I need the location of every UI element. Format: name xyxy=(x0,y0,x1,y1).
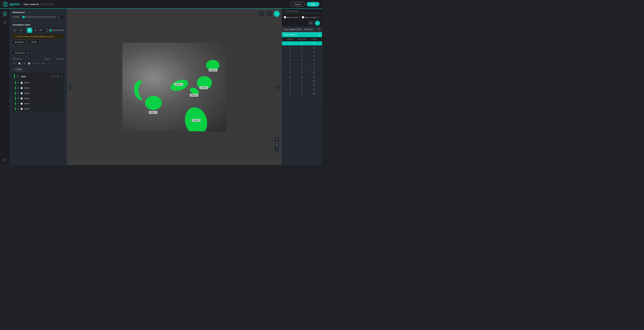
check-all-icon[interactable]: ✓ xyxy=(32,62,34,65)
size-down-arrow[interactable]: ▼ xyxy=(47,30,48,32)
x-planes-icon[interactable]: ✕ xyxy=(42,62,44,65)
ann-eye-icon[interactable]: 👁 xyxy=(17,102,19,105)
svg-text:?: ? xyxy=(4,159,6,162)
eraser-icon xyxy=(34,29,37,32)
add-class-button[interactable]: + Class xyxy=(12,67,24,71)
class-header-mito[interactable]: 👁 mito ⧉ ⚙ 🗑 11 xyxy=(12,73,64,80)
z-stack-slider[interactable] xyxy=(22,16,56,18)
dataset-name: Cryo_Segment_DN... dsmall.czi xyxy=(284,28,313,30)
hide-icon-ann[interactable]: 🔲 xyxy=(18,62,21,65)
autofill-checkbox[interactable] xyxy=(50,29,52,32)
brush-tool-button[interactable] xyxy=(27,28,32,33)
export-button[interactable]: Export xyxy=(290,2,305,7)
table-body: 1111121131141151161171181191110111111121… xyxy=(282,41,322,165)
skip-completed-label[interactable]: Skip completed ? xyxy=(302,16,319,18)
sidebar-item-annotation[interactable] xyxy=(2,11,8,17)
canvas-right-arrow[interactable]: › xyxy=(276,85,280,89)
col-z-slice: Z-Slice xyxy=(308,38,320,40)
z-stack-label: Z-Stack xyxy=(12,16,21,18)
brush-size-input[interactable] xyxy=(39,28,46,32)
table-row[interactable]: 118 xyxy=(282,71,322,75)
dataset-expand-icon[interactable]: ▼ xyxy=(318,28,320,30)
next-image-button[interactable]: › xyxy=(266,11,272,17)
ann-color-bar xyxy=(15,86,16,90)
x-all-icon[interactable]: ✕ xyxy=(36,62,38,65)
users-icon xyxy=(3,21,7,24)
tab-collapse-icon[interactable]: ▲ xyxy=(318,34,320,36)
right-panel: 0 / 149 completed Auto complete ? Skip c… xyxy=(282,9,322,165)
eye-icon-ann[interactable]: 👁 xyxy=(13,62,16,65)
canvas-toolbar: ‹ › ✓ xyxy=(259,11,280,17)
annotation-overlay: mito 6 mito 5 mito 3 mito 2 mito 1 xyxy=(122,43,226,131)
progress-text: 0 / 149 completed xyxy=(284,10,298,12)
sidebar-item-help[interactable]: ? xyxy=(2,157,8,163)
table-row[interactable]: 113 xyxy=(282,50,322,54)
zoom-out-button[interactable]: − xyxy=(274,146,279,152)
check-planes-icon[interactable]: ✓ xyxy=(39,62,41,65)
table-row[interactable]: 1110 xyxy=(282,79,322,83)
svg-point-2 xyxy=(4,12,6,14)
table-row[interactable]: 1112 xyxy=(282,88,322,92)
eraser-tool-button[interactable] xyxy=(33,28,38,33)
auto-complete-label[interactable]: Auto complete ? xyxy=(284,16,300,18)
enter-button[interactable]: ↵ Enter xyxy=(27,40,40,44)
table-row[interactable]: 1113 xyxy=(282,92,322,96)
table-row[interactable]: 114 xyxy=(282,54,322,58)
progress-section: 0 / 149 completed xyxy=(282,9,322,15)
train-button[interactable]: Train xyxy=(307,2,319,6)
annotation-item-mito1: 👁 🕐 mito 1 xyxy=(12,80,64,85)
size-stepper[interactable]: ▲ ▼ xyxy=(47,28,48,32)
nav-confirm-button[interactable]: ✓ xyxy=(315,21,320,26)
ann-name-4: mito 4 xyxy=(24,97,62,100)
file-dims: (Sc:1 T:1 Z:1) xyxy=(41,3,54,6)
ann-eye-icon[interactable]: 👁 xyxy=(17,87,19,89)
brush-icon xyxy=(28,29,31,32)
rectangle-tool-button[interactable] xyxy=(12,28,18,33)
table-row[interactable]: 116 xyxy=(282,62,322,66)
ann-name-5: mito 5 xyxy=(24,102,62,105)
diamond-tool-button[interactable] xyxy=(18,28,24,33)
confirm-image-button[interactable]: ✓ xyxy=(274,11,280,17)
table-row[interactable]: 117 xyxy=(282,66,322,71)
col-scene: Scene xyxy=(284,38,296,40)
class-eye-icon[interactable]: 👁 xyxy=(16,74,20,78)
copy-icon[interactable]: ⧉ xyxy=(51,75,52,78)
size-up-arrow[interactable]: ▲ xyxy=(47,28,48,30)
skip-completed-checkbox[interactable] xyxy=(302,16,304,18)
ann-eye-icon[interactable]: 👁 xyxy=(17,92,19,94)
annotation-item-mito4: 👁 🕐 mito 4 xyxy=(12,96,64,101)
hide-icon-label[interactable]: 🔲 xyxy=(27,62,31,65)
svg-rect-7 xyxy=(14,29,16,31)
table-row[interactable]: 1111 xyxy=(282,83,322,88)
ann-eye-icon[interactable]: 👁 xyxy=(17,108,19,110)
left-panel: Dimensions Z-Stack Annotation Tools xyxy=(10,9,67,165)
sort-dropdown[interactable]: Sort by A-Z Sort by Z-A xyxy=(12,51,29,55)
prev-image-button[interactable]: ‹ xyxy=(259,11,265,17)
cancel-button[interactable]: ⊠ Cancel xyxy=(12,40,26,44)
ann-eye-icon[interactable]: 👁 xyxy=(17,82,19,84)
enter-icon: ↵ xyxy=(30,41,32,43)
table-row[interactable]: 112 xyxy=(282,46,322,50)
sidebar-item-users[interactable] xyxy=(2,20,8,26)
zoom-in-button[interactable]: + xyxy=(274,137,279,142)
link-icon[interactable]: ⚙ xyxy=(54,75,56,78)
nav-cancel-button[interactable]: ✕ xyxy=(308,21,313,26)
annotation-item-mito3: 👁 🕐 mito 3 xyxy=(12,90,64,96)
canvas-left-arrow[interactable]: ‹ xyxy=(68,85,73,89)
file-tab-active[interactable]: Cryo_small.czi ▲ xyxy=(282,32,322,37)
all-planes-label: All planes xyxy=(56,58,64,60)
delete-icon[interactable]: 🗑 xyxy=(57,75,59,78)
table-row[interactable]: 111 xyxy=(282,41,322,46)
ann-eye-icon[interactable]: 👁 xyxy=(17,97,19,100)
table-row[interactable]: 115 xyxy=(282,58,322,62)
eye-icon-label[interactable]: 👁 xyxy=(22,62,26,65)
nav-confirm-row: ✕ ✓ xyxy=(282,20,322,27)
fit-button[interactable]: Fit xyxy=(274,142,279,146)
zoom-controls: + Fit − xyxy=(274,137,279,152)
ann-time-icon: 🕐 xyxy=(20,92,23,94)
auto-complete-checkbox[interactable] xyxy=(284,16,286,18)
z-stack-value[interactable] xyxy=(57,15,64,19)
svg-point-4 xyxy=(5,22,6,22)
annotation-icon xyxy=(3,12,7,16)
table-row[interactable]: 119 xyxy=(282,75,322,79)
